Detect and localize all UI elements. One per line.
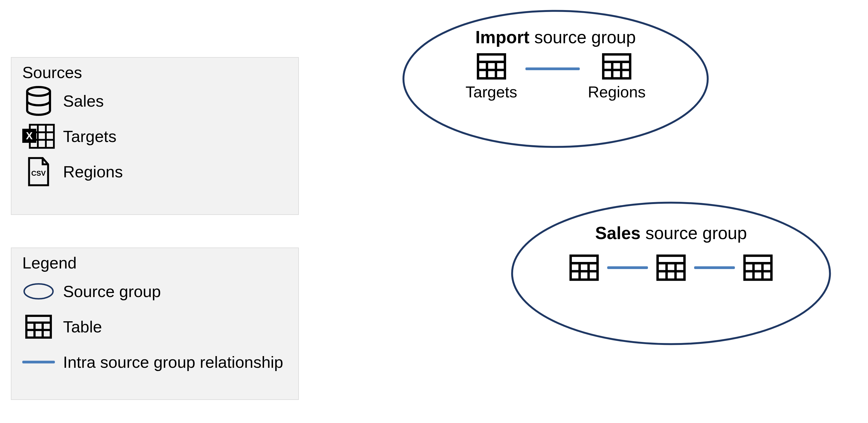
table-caption: Targets — [465, 83, 517, 101]
table-targets: Targets — [465, 53, 517, 101]
sales-source-group: Sales source group — [508, 199, 834, 348]
legend-label: Source group — [63, 282, 161, 301]
table-regions: Regions — [588, 53, 646, 101]
excel-icon: X — [22, 121, 55, 151]
legend-row-source-group: Source group — [22, 275, 287, 308]
source-row-sales: Sales — [22, 85, 287, 117]
svg-point-9 — [24, 284, 53, 299]
group-title-bold: Import — [475, 27, 529, 47]
source-label: Regions — [63, 162, 123, 181]
source-label: Sales — [63, 92, 104, 110]
source-row-targets: X Targets — [22, 120, 287, 152]
import-tables: Targets Regions — [399, 53, 712, 101]
svg-text:CSV: CSV — [31, 169, 46, 177]
table-icon — [569, 254, 599, 281]
svg-rect-10 — [26, 316, 51, 338]
legend-row-table: Table — [22, 310, 287, 343]
table-icon — [602, 53, 632, 80]
svg-rect-21 — [603, 54, 630, 78]
sources-title: Sources — [22, 63, 287, 82]
svg-rect-32 — [658, 256, 685, 280]
sources-panel: Sources Sales — [11, 57, 299, 215]
table-icon — [743, 254, 773, 281]
svg-point-0 — [27, 87, 50, 96]
source-label: Targets — [63, 127, 117, 146]
relationship-connector — [694, 266, 735, 269]
table-caption: Regions — [588, 83, 646, 101]
import-source-group: Import source group Targets — [399, 8, 712, 150]
relationship-connector — [607, 266, 648, 269]
legend-row-relationship: Intra source group relationship — [22, 346, 287, 378]
group-title: Sales source group — [508, 223, 834, 243]
line-icon — [22, 347, 55, 377]
table-generic — [569, 254, 599, 281]
legend-title: Legend — [22, 254, 287, 272]
legend-label: Intra source group relationship — [63, 353, 283, 372]
group-title: Import source group — [399, 27, 712, 47]
table-icon — [476, 53, 506, 80]
svg-rect-16 — [478, 54, 505, 78]
svg-rect-37 — [745, 256, 772, 280]
source-row-regions: CSV Regions — [22, 155, 287, 188]
legend-panel: Legend Source group Table — [11, 248, 299, 400]
svg-rect-27 — [571, 256, 598, 280]
svg-text:X: X — [26, 130, 33, 141]
group-title-rest: source group — [529, 27, 636, 47]
table-icon — [22, 312, 55, 342]
table-icon — [656, 254, 686, 281]
relationship-connector — [525, 67, 580, 70]
table-generic — [743, 254, 773, 281]
csv-file-icon: CSV — [22, 157, 55, 187]
table-generic — [656, 254, 686, 281]
database-icon — [22, 86, 55, 116]
ellipse-icon — [22, 276, 55, 306]
legend-label: Table — [63, 317, 102, 336]
group-title-rest: source group — [641, 223, 747, 243]
sales-tables — [508, 254, 834, 281]
group-title-bold: Sales — [595, 223, 641, 243]
